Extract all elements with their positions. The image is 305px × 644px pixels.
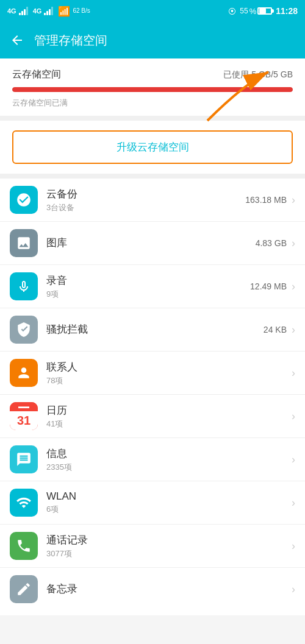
backup-chevron: › <box>292 194 295 207</box>
status-bar: 4G 4G 📶 62 B/s ⦿ 55% 11:28 <box>0 0 305 22</box>
status-left: 4G 4G 📶 62 B/s <box>7 5 90 17</box>
messages-text: 信息 2335项 <box>46 447 292 473</box>
signal-bars-2 <box>44 7 53 15</box>
list-item-memo[interactable]: 备忘录 › <box>0 568 305 615</box>
messages-icon <box>10 445 38 473</box>
recorder-name: 录音 <box>46 274 250 288</box>
data-speed: 62 B/s <box>73 7 90 15</box>
list-item-messages[interactable]: 信息 2335项 › <box>0 438 305 481</box>
upgrade-section: 升级云存储空间 <box>0 121 305 174</box>
calendar-name: 日历 <box>46 403 292 417</box>
wlan-icon <box>10 489 38 517</box>
wifi-icon: 📶 <box>58 5 70 17</box>
list-section: 云备份 3台设备 163.18 MB › 图库 4.83 GB › <box>0 179 305 615</box>
recorder-icon <box>10 272 38 300</box>
calllog-sub: 3077项 <box>46 548 292 559</box>
bluetooth-icon: ⦿ <box>228 7 236 16</box>
gallery-text: 图库 <box>46 236 256 251</box>
list-item-gallery[interactable]: 图库 4.83 GB › <box>0 222 305 265</box>
wlan-text: WLAN 6项 <box>46 490 292 515</box>
storage-used: 已使用 5 GB/5 GB <box>223 69 293 80</box>
gallery-size: 4.83 GB <box>256 238 287 248</box>
calllog-icon <box>10 532 38 560</box>
backup-text: 云备份 3台设备 <box>46 187 245 213</box>
storage-progress-fill <box>12 87 293 92</box>
status-right: ⦿ 55% 11:28 <box>228 6 298 16</box>
list-item-backup[interactable]: 云备份 3台设备 163.18 MB › <box>0 179 305 222</box>
calllog-chevron: › <box>292 540 295 553</box>
memo-text: 备忘录 <box>46 582 292 597</box>
signal-4g-2: 4G <box>33 7 42 15</box>
contacts-text: 联系人 78项 <box>46 360 292 386</box>
storage-full-text: 云存储空间已满 <box>12 98 68 107</box>
storage-header: 云存储空间 已使用 5 GB/5 GB <box>12 68 293 81</box>
blocker-text: 骚扰拦截 <box>46 322 264 338</box>
recorder-size: 12.49 MB <box>250 281 287 291</box>
messages-sub: 2335项 <box>46 462 292 473</box>
backup-size: 163.18 MB <box>245 195 287 205</box>
messages-chevron: › <box>292 453 295 466</box>
list-item-blocker[interactable]: 骚扰拦截 24 KB › <box>0 308 305 352</box>
back-button[interactable] <box>10 33 24 48</box>
wlan-sub: 6项 <box>46 504 292 515</box>
gallery-icon <box>10 229 38 257</box>
wlan-name: WLAN <box>46 490 292 503</box>
list-item-wlan[interactable]: WLAN 6项 › <box>0 481 305 525</box>
calllog-text: 通话记录 3077项 <box>46 533 292 559</box>
battery: 55% <box>240 7 272 16</box>
blocker-size: 24 KB <box>264 325 287 334</box>
list-item-calllog[interactable]: 通话记录 3077项 › <box>0 525 305 568</box>
contacts-chevron: › <box>292 367 295 380</box>
calendar-month: ▬▬ <box>10 402 38 411</box>
header: 管理存储空间 <box>0 22 305 58</box>
list-item-recorder[interactable]: 录音 9项 12.49 MB › <box>0 265 305 308</box>
recorder-chevron: › <box>292 280 295 293</box>
calllog-name: 通话记录 <box>46 533 292 547</box>
recorder-sub: 9项 <box>46 289 250 300</box>
memo-name: 备忘录 <box>46 582 292 596</box>
storage-title: 云存储空间 <box>12 68 61 81</box>
blocker-chevron: › <box>292 324 295 336</box>
contacts-sub: 78项 <box>46 375 292 386</box>
contacts-name: 联系人 <box>46 360 292 374</box>
battery-percent: 55 <box>240 7 248 15</box>
signal-bars-1 <box>19 7 28 15</box>
calendar-icon: ▬▬ 31 <box>10 402 38 430</box>
list-item-calendar[interactable]: ▬▬ 31 日历 41项 › <box>0 395 305 438</box>
memo-icon <box>10 575 38 603</box>
calendar-chevron: › <box>292 410 295 423</box>
storage-progress-bg <box>12 87 293 92</box>
calendar-text: 日历 41项 <box>46 403 292 430</box>
wlan-chevron: › <box>292 497 295 509</box>
time: 11:28 <box>276 6 298 16</box>
blocker-icon <box>10 316 38 344</box>
upgrade-button[interactable]: 升级云存储空间 <box>12 130 293 164</box>
contacts-icon <box>10 359 38 387</box>
page-title: 管理存储空间 <box>34 32 107 49</box>
gallery-chevron: › <box>292 237 295 250</box>
content: 云存储空间 已使用 5 GB/5 GB 云存储空间已满 升级云存储空间 <box>0 58 305 615</box>
gallery-name: 图库 <box>46 236 256 250</box>
signal-4g-1: 4G <box>7 7 16 15</box>
storage-section: 云存储空间 已使用 5 GB/5 GB 云存储空间已满 <box>0 58 305 116</box>
backup-sub: 3台设备 <box>46 202 245 213</box>
backup-name: 云备份 <box>46 187 245 201</box>
blocker-name: 骚扰拦截 <box>46 322 264 336</box>
list-item-contacts[interactable]: 联系人 78项 › <box>0 352 305 395</box>
recorder-text: 录音 9项 <box>46 274 250 300</box>
backup-icon <box>10 186 38 214</box>
calendar-sub: 41项 <box>46 419 292 430</box>
memo-chevron: › <box>292 583 295 596</box>
messages-name: 信息 <box>46 447 292 461</box>
calendar-date: 31 <box>10 411 38 430</box>
